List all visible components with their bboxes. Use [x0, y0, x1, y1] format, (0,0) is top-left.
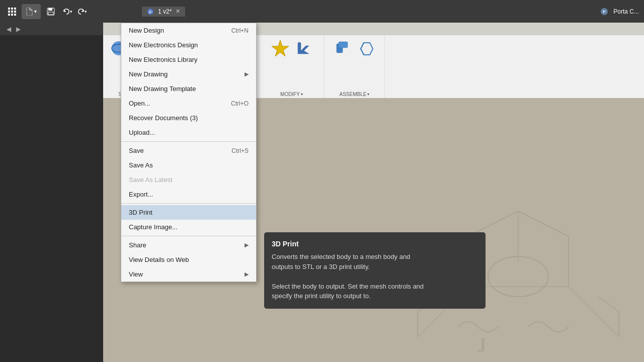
- menu-item-view[interactable]: View ▶: [121, 267, 256, 282]
- menu-item-new-electronics-library[interactable]: New Electronics Library: [121, 52, 256, 67]
- assemble-tool-1[interactable]: [333, 38, 354, 59]
- modify-icons: [270, 38, 314, 59]
- menu-item-new-drawing[interactable]: New Drawing ▶: [121, 67, 256, 81]
- menu-item-save-as[interactable]: Save As: [121, 158, 256, 172]
- tooltip-line2: outputs to STL or a 3D print utility.: [272, 263, 370, 270]
- menu-item-export[interactable]: Export...: [121, 187, 256, 202]
- menu-item-new-drawing-arrow: ▶: [245, 71, 249, 77]
- menu-item-open-label: Open...: [129, 100, 150, 107]
- left-panel: ◀ ▶: [0, 23, 103, 362]
- file-dropdown-menu: New Design Ctrl+N New Electronics Design…: [121, 23, 257, 282]
- modify-label[interactable]: MODIFY ▾: [280, 92, 303, 97]
- menu-item-save-label: Save: [129, 147, 144, 154]
- menu-item-share[interactable]: Share ▶: [121, 238, 256, 252]
- modify-tool-2[interactable]: [293, 38, 314, 59]
- menu-item-view-details-on-web[interactable]: View Details on Web: [121, 252, 256, 267]
- menu-item-new-electronics-library-label: New Electronics Library: [129, 56, 198, 63]
- menu-item-recover-documents[interactable]: Recover Documents (3): [121, 111, 256, 125]
- svg-rect-1: [11, 8, 13, 10]
- svg-rect-8: [14, 14, 16, 16]
- undo-button[interactable]: ▾: [61, 6, 74, 17]
- menu-item-new-electronics-design[interactable]: New Electronics Design: [121, 38, 256, 52]
- header-bar: ▾ ▾ ▾ F 1 v2* ✕: [0, 0, 644, 23]
- menu-item-view-label: View: [129, 270, 143, 278]
- svg-rect-7: [11, 14, 13, 16]
- menu-item-save-as-latest-label: Save As Latest: [129, 176, 173, 184]
- menu-item-save-as-label: Save As: [129, 161, 153, 169]
- file-arrow: ▾: [34, 9, 37, 14]
- menu-item-3d-print-label: 3D Print: [129, 209, 152, 216]
- tooltip-line1: Converts the selected body to a mesh bod…: [272, 253, 410, 260]
- menu-item-new-drawing-template[interactable]: New Drawing Template: [121, 81, 256, 96]
- tooltip-line4: Select the body to output. Set the mesh …: [272, 283, 424, 290]
- menu-item-share-label: Share: [129, 241, 146, 249]
- redo-button[interactable]: ▾: [75, 6, 89, 17]
- tooltip-body: Converts the selected body to a mesh bod…: [272, 252, 478, 301]
- tab-close-icon[interactable]: ✕: [176, 8, 180, 15]
- menu-item-capture-image-label: Capture Image...: [129, 223, 178, 231]
- menu-item-view-arrow: ▶: [245, 271, 249, 278]
- menu-item-save[interactable]: Save Ctrl+S: [121, 143, 256, 158]
- grid-button[interactable]: [5, 5, 19, 19]
- nav-back-icon[interactable]: ◀: [4, 25, 14, 34]
- brand-name: Porta C...: [613, 8, 639, 15]
- separator-3: [121, 236, 256, 236]
- separator-2: [121, 203, 256, 204]
- menu-item-open[interactable]: Open... Ctrl+O: [121, 96, 256, 111]
- svg-rect-11: [48, 12, 53, 15]
- menu-item-share-arrow: ▶: [245, 242, 249, 248]
- svg-text:F: F: [149, 10, 152, 14]
- svg-rect-2: [14, 8, 16, 10]
- svg-marker-31: [272, 40, 289, 56]
- assemble-icons: [333, 38, 377, 59]
- svg-rect-0: [8, 8, 10, 10]
- left-panel-top: ◀ ▶: [0, 23, 103, 35]
- nav-forward-icon[interactable]: ▶: [14, 25, 23, 34]
- tooltip-line5: specify the print utility to output to.: [272, 292, 371, 300]
- assemble-tool-2[interactable]: [356, 38, 377, 59]
- tab-title: 1 v2*: [158, 8, 172, 15]
- modify-tool-1[interactable]: [270, 38, 291, 59]
- menu-item-capture-image[interactable]: Capture Image...: [121, 220, 256, 234]
- undo-redo-group: ▾ ▾: [61, 6, 89, 17]
- menu-item-new-design-shortcut: Ctrl+N: [231, 27, 249, 34]
- tooltip-title: 3D Print: [272, 240, 478, 248]
- menu-item-upload[interactable]: Upload...: [121, 125, 256, 140]
- svg-point-34: [488, 256, 548, 297]
- menu-item-save-as-latest: Save As Latest: [121, 172, 256, 187]
- menu-item-view-details-on-web-label: View Details on Web: [129, 256, 189, 263]
- document-tab[interactable]: F 1 v2* ✕: [142, 7, 185, 17]
- svg-text:J: J: [478, 334, 486, 356]
- svg-rect-5: [14, 11, 16, 13]
- svg-rect-3: [8, 11, 10, 13]
- header-right: P Porta C...: [600, 8, 639, 16]
- svg-text:P: P: [603, 10, 606, 14]
- assemble-label[interactable]: ASSEMBLE ▾: [340, 92, 370, 97]
- menu-item-open-shortcut: Ctrl+O: [231, 100, 249, 107]
- menu-item-3d-print[interactable]: 3D Print: [121, 205, 256, 220]
- menu-item-new-design-label: New Design: [129, 27, 164, 34]
- menu-item-new-design[interactable]: New Design Ctrl+N: [121, 23, 256, 38]
- svg-rect-33: [339, 42, 348, 48]
- tooltip-3d-print: 3D Print Converts the selected body to a…: [264, 232, 486, 309]
- svg-rect-10: [48, 8, 52, 11]
- menu-item-save-shortcut: Ctrl+S: [231, 147, 249, 154]
- assemble-section: ASSEMBLE ▾: [325, 35, 385, 98]
- menu-item-export-label: Export...: [129, 191, 153, 198]
- modify-section: MODIFY ▾: [259, 35, 325, 98]
- assemble-chevron: ▾: [367, 92, 369, 97]
- save-button[interactable]: [43, 4, 58, 19]
- menu-item-new-drawing-label: New Drawing: [129, 70, 168, 78]
- svg-rect-6: [8, 14, 10, 16]
- file-menu-button[interactable]: ▾: [22, 4, 41, 19]
- svg-rect-4: [11, 11, 13, 13]
- modify-chevron: ▾: [301, 92, 303, 97]
- menu-item-upload-label: Upload...: [129, 129, 155, 136]
- menu-item-recover-documents-label: Recover Documents (3): [129, 114, 198, 122]
- menu-item-new-electronics-design-label: New Electronics Design: [129, 41, 198, 49]
- separator-1: [121, 141, 256, 142]
- menu-item-new-drawing-template-label: New Drawing Template: [129, 85, 196, 93]
